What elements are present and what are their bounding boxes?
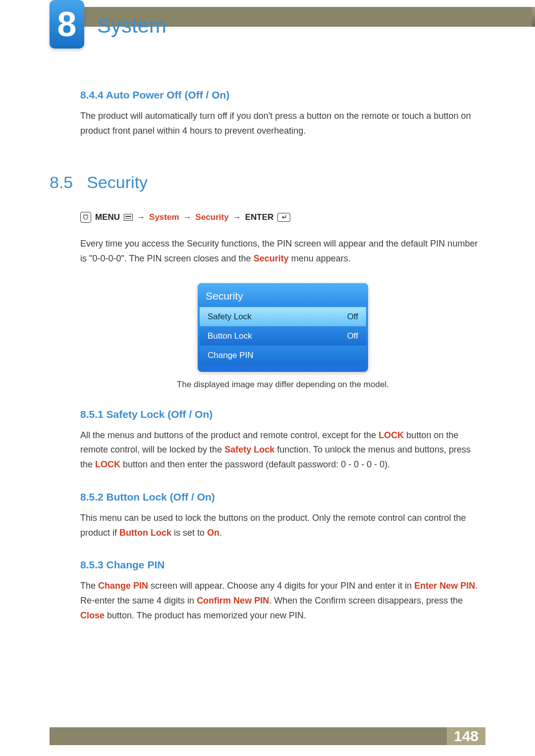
text: . [219,528,222,538]
nav-step-system: System [149,212,179,222]
text: All the menus and buttons of the product… [80,430,378,440]
text: screen will appear. Choose any 4 digits … [148,581,414,591]
section-8-4-4: 8.4.4 Auto Power Off (Off / On) The prod… [80,89,485,138]
body-8-5-2: This menu can be used to lock the button… [80,511,485,540]
heading-8-4-4: 8.4.4 Auto Power Off (Off / On) [80,89,485,101]
intro-paragraph: Every time you access the Security funct… [80,237,485,266]
osd-item-button-lock: Button Lock Off [200,326,366,346]
text: button. The product has memorized your n… [105,610,306,620]
keyword-lock: LOCK [378,430,404,440]
section-number: 8.5 [50,173,73,192]
text: button and then enter the password (defa… [120,459,390,469]
body-8-5-1: All the menus and buttons of the product… [80,428,485,472]
osd-caption: The displayed image may differ depending… [177,380,389,390]
enter-icon [277,213,290,222]
intro-text-b: menu appears. [289,253,351,263]
keyword-change-pin: Change PIN [98,581,148,591]
content-area: 8.4.4 Auto Power Off (Off / On) The prod… [50,89,485,623]
nav-menu-label: MENU [95,212,120,222]
keyword-confirm-new-pin: Confirm New PIN [197,596,269,605]
keyword-button-lock: Button Lock [119,528,171,538]
nav-enter-label: ENTER [245,212,274,222]
section-title: Security [87,173,148,192]
section-8-5-heading: 8.5 Security [50,173,485,192]
heading-8-5-1: 8.5.1 Safety Lock (Off / On) [80,408,485,420]
osd-item-safety-lock: Safety Lock Off [200,307,366,326]
keyword-enter-new-pin: Enter New PIN [414,581,475,591]
keyword-on: On [207,528,219,538]
nav-path: MENU → System → Security → ENTER [80,212,485,223]
heading-8-5-2: 8.5.2 Button Lock (Off / On) [80,491,485,503]
chapter-number: 8 [57,4,77,44]
page-number: 148 [454,728,479,745]
intro-keyword: Security [254,253,289,263]
text: is set to [171,528,207,538]
text: . When the Confirm screen disappears, pr… [269,596,463,605]
page: 8 System 8.4.4 Auto Power Off (Off / On)… [0,0,535,756]
osd-item-label: Change PIN [208,351,254,360]
header-band-edge [532,7,535,27]
nav-step-security: Security [196,212,229,222]
section-8-5-1: 8.5.1 Safety Lock (Off / On) All the men… [80,408,485,472]
body-8-5-3: The Change PIN screen will appear. Choos… [80,579,485,623]
keyword-lock: LOCK [95,459,120,469]
nav-arrow: → [183,212,192,222]
svg-point-0 [85,215,86,216]
osd-title: Security [198,283,368,307]
section-8-5-2: 8.5.2 Button Lock (Off / On) This menu c… [80,491,485,540]
osd-item-value: Off [347,312,358,322]
keyword-close: Close [80,610,105,620]
nav-arrow: → [233,212,241,222]
osd-item-label: Button Lock [208,331,252,341]
osd-item-change-pin: Change PIN [200,346,366,365]
body-8-4-4: The product will automatically turn off … [80,109,485,138]
section-8-5-body: MENU → System → Security → ENTER Every t… [80,212,485,623]
chapter-title: System [97,14,166,38]
chapter-tab: 8 [50,0,84,49]
heading-8-5-3: 8.5.3 Change PIN [80,559,485,571]
keyword-safety-lock: Safety Lock [224,445,274,454]
osd-item-value: Off [347,331,358,341]
section-8-5-3: 8.5.3 Change PIN The Change PIN screen w… [80,559,485,623]
nav-arrow: → [137,212,145,222]
osd-item-label: Safety Lock [208,312,252,322]
text: The [80,581,98,591]
remote-icon [80,212,91,223]
menu-icon [124,214,133,221]
footer-right-gap [485,727,535,745]
osd-figure: Security Safety Lock Off Button Lock Off… [80,283,485,390]
page-number-box: 148 [447,727,485,745]
osd-menu: Security Safety Lock Off Button Lock Off… [198,283,368,372]
